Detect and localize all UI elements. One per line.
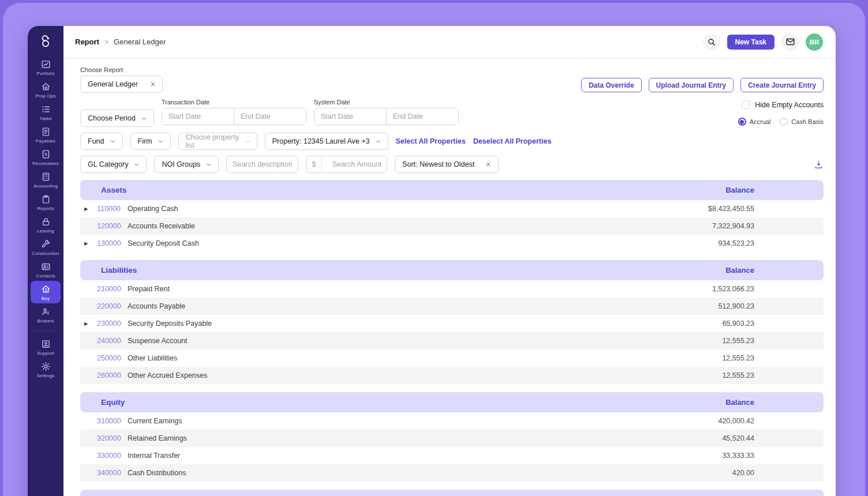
ledger-row[interactable]: 250000Other Liabilities12,555.23 bbox=[80, 350, 824, 367]
system-start-date-input[interactable] bbox=[315, 108, 386, 125]
ledger-row[interactable]: 220000Accounts Payable512,900.23 bbox=[80, 298, 824, 315]
ledger-row[interactable]: ▶130000Security Deposit Cash934,523.23 bbox=[80, 235, 824, 252]
account-code[interactable]: 210000 bbox=[97, 285, 122, 293]
search-amount-input[interactable] bbox=[322, 160, 387, 168]
transaction-end-date-input[interactable] bbox=[234, 108, 306, 125]
accrual-radio[interactable] bbox=[738, 118, 746, 126]
support-card-icon bbox=[41, 339, 51, 349]
system-end-date-input[interactable] bbox=[387, 108, 458, 125]
download-icon bbox=[814, 160, 824, 170]
sidebar-item-contacts[interactable]: Contacts bbox=[28, 258, 63, 281]
noi-groups-dropdown[interactable]: NOI Groups bbox=[154, 156, 219, 173]
ledger-row[interactable]: 210000Prepaid Rent1,523,066.23 bbox=[80, 280, 824, 298]
new-task-button[interactable]: New Task bbox=[727, 35, 775, 50]
account-name: Security Deposit Cash bbox=[128, 239, 199, 247]
account-code[interactable]: 240000 bbox=[97, 337, 122, 345]
chevron-down-icon bbox=[375, 138, 381, 145]
section-header: AssetsBalance bbox=[80, 180, 824, 200]
upload-journal-entry-button[interactable]: Upload Journal Entry bbox=[649, 78, 734, 92]
sidebar-item-construction[interactable]: Construction bbox=[28, 236, 63, 258]
sidebar-item-receivables[interactable]: $ Receivables bbox=[28, 146, 63, 168]
expand-arrow-icon[interactable]: ▶ bbox=[84, 241, 97, 246]
ledger-row[interactable]: 310000Current Earnings420,000.42 bbox=[80, 412, 824, 430]
firm-dropdown[interactable]: Firm bbox=[130, 133, 171, 150]
ledger-row[interactable]: 120000Accounts Receivable7,322,904.93 bbox=[80, 217, 824, 235]
ledger-row[interactable]: ▶110000Operating Cash$8,423,450.55 bbox=[80, 200, 824, 217]
clear-sort-icon[interactable] bbox=[485, 161, 492, 168]
sidebar-item-settings[interactable]: Settings bbox=[28, 358, 63, 381]
sort-chip[interactable]: Sort: Newest to Oldest bbox=[395, 156, 499, 173]
sidebar-item-brokers[interactable]: $ Brokers bbox=[28, 303, 63, 326]
account-code[interactable]: 320000 bbox=[97, 434, 122, 442]
choose-period-dropdown[interactable]: Choose Period bbox=[80, 110, 154, 127]
balance-column-header: Balance bbox=[725, 186, 754, 194]
account-balance: 65,903.23 bbox=[722, 320, 754, 328]
data-override-button[interactable]: Data Override bbox=[581, 78, 642, 92]
account-code[interactable]: 110000 bbox=[97, 205, 122, 213]
app-logo[interactable] bbox=[28, 26, 63, 56]
messages-button[interactable] bbox=[781, 33, 799, 51]
sidebar-item-label: Leasing bbox=[37, 228, 54, 234]
account-code[interactable]: 120000 bbox=[97, 222, 122, 230]
account-code[interactable]: 310000 bbox=[97, 417, 122, 425]
deselect-all-properties-link[interactable]: Deselect All Properties bbox=[473, 137, 552, 145]
expand-arrow-icon[interactable]: ▶ bbox=[84, 321, 97, 326]
account-code[interactable]: 130000 bbox=[97, 239, 122, 247]
account-code[interactable]: 220000 bbox=[97, 302, 122, 310]
report-chip[interactable]: General Ledger bbox=[80, 76, 163, 93]
sidebar-item-prop-ops[interactable]: Prop Ops bbox=[28, 78, 63, 101]
hide-empty-accounts-option[interactable]: Hide Empty Accounts bbox=[742, 100, 824, 109]
account-code[interactable]: 260000 bbox=[97, 371, 122, 379]
account-balance: $8,423,450.55 bbox=[708, 205, 754, 213]
download-button[interactable] bbox=[814, 160, 824, 170]
account-name: Other Liabilities bbox=[128, 354, 177, 362]
sidebar-item-portfolio[interactable]: Portfolio bbox=[28, 56, 63, 78]
ledger-row[interactable]: 330000Internal Transfer33,333.33 bbox=[80, 447, 824, 464]
hide-empty-accounts-checkbox[interactable] bbox=[742, 100, 750, 109]
account-code[interactable]: 230000 bbox=[97, 320, 122, 328]
sidebar-item-label: Prop Ops bbox=[35, 93, 55, 99]
sidebar-item-accounting[interactable]: Accounting bbox=[28, 168, 63, 191]
ledger-section: IncomeBalance bbox=[80, 490, 824, 496]
account-balance: 7,322,904.93 bbox=[712, 222, 754, 230]
cash-basis-radio[interactable] bbox=[780, 118, 788, 126]
account-code[interactable]: 330000 bbox=[97, 452, 122, 460]
ledger-row[interactable]: 340000Cash Distributions420.00 bbox=[80, 464, 824, 482]
sidebar-item-support[interactable]: Support bbox=[28, 336, 63, 358]
search-description-input[interactable] bbox=[226, 156, 298, 173]
account-code[interactable]: 340000 bbox=[97, 469, 122, 477]
sidebar-item-label: Buy bbox=[42, 296, 50, 301]
ledger-row[interactable]: 260000Other Accrued Expenses12,555.23 bbox=[80, 367, 824, 384]
create-journal-entry-button[interactable]: Create Journal Entry bbox=[740, 78, 824, 92]
transaction-start-date-input[interactable] bbox=[162, 108, 234, 125]
section-header: EquityBalance bbox=[80, 392, 824, 412]
ledger-row[interactable]: 240000Suspense Account12,555.23 bbox=[80, 332, 824, 350]
select-all-properties-link[interactable]: Select All Properties bbox=[396, 137, 466, 145]
sidebar-item-payables[interactable]: Payables bbox=[28, 123, 63, 146]
sidebar-item-reports[interactable]: Reports bbox=[28, 191, 63, 213]
fund-dropdown[interactable]: Fund bbox=[80, 133, 123, 150]
sidebar-item-buy[interactable]: $ Buy bbox=[31, 281, 61, 303]
breadcrumb-root[interactable]: Report bbox=[75, 37, 99, 46]
avatar[interactable]: BR bbox=[806, 33, 823, 51]
gear-icon bbox=[41, 362, 51, 371]
expand-arrow-icon[interactable]: ▶ bbox=[84, 206, 97, 212]
property-list-select[interactable]: Choose property list bbox=[178, 133, 257, 150]
account-name: Accounts Receivable bbox=[128, 222, 195, 230]
cash-basis-option[interactable]: Cash Basis bbox=[780, 118, 824, 126]
top-bar: Report > General Ledger New Task BR bbox=[63, 26, 836, 58]
account-name: Current Earnings bbox=[128, 417, 182, 425]
sidebar-item-label: Tasks bbox=[39, 116, 51, 121]
search-button[interactable] bbox=[703, 33, 720, 51]
accrual-option[interactable]: Accrual bbox=[738, 118, 771, 126]
account-code[interactable]: 250000 bbox=[97, 354, 122, 362]
ledger-row[interactable]: 320000Retained Earnings45,520.44 bbox=[80, 430, 824, 447]
clear-report-icon[interactable] bbox=[149, 81, 156, 88]
ledger-row[interactable]: ▶230000Security Deposits Payable65,903.2… bbox=[80, 315, 824, 332]
section-title: Equity bbox=[101, 398, 125, 407]
breadcrumb-separator: > bbox=[104, 38, 108, 46]
gl-category-dropdown[interactable]: GL Category bbox=[80, 156, 147, 173]
sidebar-item-tasks[interactable]: Tasks bbox=[28, 101, 63, 123]
sidebar-item-leasing[interactable]: Leasing bbox=[28, 213, 63, 236]
property-dropdown[interactable]: Property: 12345 Laurel Ave +3 bbox=[265, 133, 388, 150]
